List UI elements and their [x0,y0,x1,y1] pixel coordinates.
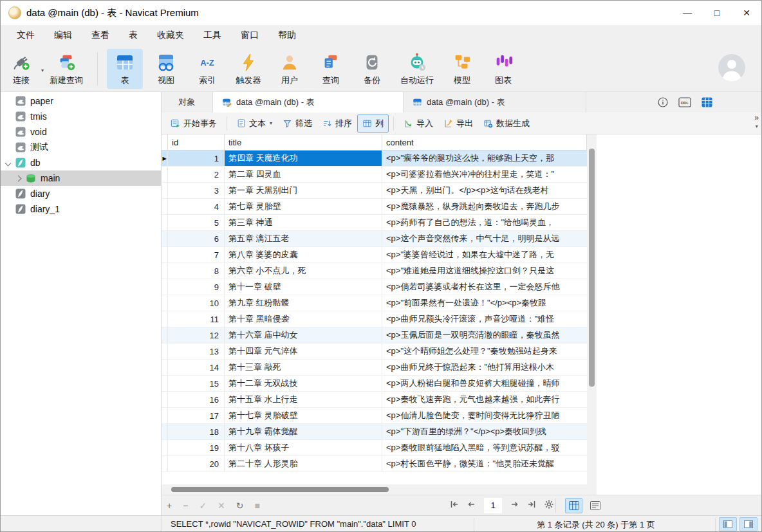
cell-id[interactable]: 4 [168,199,225,214]
previous-page-icon[interactable] [467,500,476,510]
cell-id[interactable]: 10 [168,295,225,311]
toolbar-overflow-button[interactable]: »▾ [754,114,759,131]
column-header-id[interactable]: id [168,134,225,150]
cell-title[interactable]: 第三章 神通 [225,215,382,230]
sidebar-item-diary_1[interactable]: diary_1 [1,201,161,217]
cell-id[interactable]: 19 [168,440,225,455]
row-gutter[interactable] [162,344,168,359]
page-number-input[interactable]: 1 [484,498,502,513]
chevron-right-icon[interactable] [15,175,22,181]
cell-title[interactable]: 第二十章 人形灵胎 [225,456,382,472]
cell-content[interactable]: <p>玉佩后面是一双明亮清澈的眼瞳，秦牧虽然 [382,327,587,343]
cell-id[interactable]: 18 [168,424,225,439]
sidebar-item-tmis[interactable]: tmis [1,109,161,124]
text-view-button[interactable]: 文本▾ [232,115,277,133]
column-header-title[interactable]: title [225,134,382,150]
cell-content[interactable]: <p>仙清儿脸色陡变，霎时间变得无比狰狞丑陋 [382,408,587,423]
chevron-down-icon[interactable]: ▾ [756,122,758,131]
cell-id[interactable]: 7 [168,247,225,262]
horizontal-scrollbar[interactable] [162,484,597,495]
chevron-down-icon[interactable] [5,160,12,166]
row-gutter[interactable] [162,440,168,455]
cell-content[interactable]: <p>药师有了自己的想法，道："给他喝灵血， [382,215,587,230]
tables-button[interactable]: 表 [107,49,143,89]
cell-content[interactable]: <p>村长面色平静，微笑道："他灵胎还未觉醒 [382,456,587,472]
cell-title[interactable]: 第十一章 破壁 [225,279,382,295]
row-gutter[interactable] [162,167,168,182]
cell-title[interactable]: 第十章 黑暗侵袭 [225,311,382,327]
import-button[interactable]: 导入 [398,115,438,133]
row-gutter[interactable] [162,327,168,343]
cell-content[interactable]: <p>"前面果然有一处遗迹！"</p><p>秦牧跟 [382,295,587,311]
cell-content[interactable]: <p>"瘸爷爷的腿功这么快，能够跑上天空，那 [382,151,587,166]
cell-id[interactable]: 2 [168,167,225,182]
trigger-button[interactable]: 触发器 [230,49,266,89]
cell-content[interactable]: <p>秦牧飞速奔跑，元气也越来越强，如此奔行 [382,392,587,407]
cell-id[interactable]: 8 [168,263,225,279]
user-button[interactable]: 用户 [272,49,308,89]
cell-title[interactable]: 第八章 婆婆的皮囊 [225,247,382,262]
cell-title[interactable]: 第十四章 元气淬体 [225,344,382,359]
first-page-icon[interactable] [450,500,459,510]
cell-title[interactable]: 第二章 四灵血 [225,167,382,182]
row-gutter[interactable] [162,360,168,375]
cell-id[interactable]: 15 [168,376,225,391]
menu-item-窗口[interactable]: 窗口 [231,26,268,44]
sort-button[interactable]: 排序 [317,115,357,133]
automation-button[interactable]: 自动运行 [395,49,439,89]
columns-button[interactable]: 列 [357,115,389,133]
row-gutter[interactable] [162,279,168,295]
vertical-scrollbar-thumb[interactable] [589,149,595,387]
current-row-marker[interactable]: ▶ [162,151,168,166]
add-record-button[interactable]: + [167,501,172,510]
new-query-button[interactable]: 新建查询 [44,49,88,89]
chevron-down-icon[interactable]: ▾ [41,68,44,73]
row-gutter[interactable] [162,247,168,262]
row-gutter[interactable] [162,263,168,279]
cell-title[interactable]: 第六章 小不点儿，死 [225,263,382,279]
cell-title[interactable]: 第十九章 霸体觉醒 [225,424,382,439]
grid-blue-icon[interactable] [702,97,712,107]
sidebar-item-main[interactable]: main [1,170,161,186]
cell-title[interactable]: 第四章 天魔造化功 [225,151,382,166]
cell-content[interactable]: <p>"婆婆曾经说过，如果在大墟中迷了路，无 [382,247,587,262]
delete-record-button[interactable]: − [183,501,188,510]
last-page-icon[interactable] [527,500,536,510]
cell-id[interactable]: 5 [168,215,225,230]
row-gutter[interactable] [162,183,168,198]
row-gutter[interactable] [162,376,168,391]
cell-title[interactable]: 第九章 红粉骷髅 [225,295,382,311]
page-settings-gear-icon[interactable] [544,500,553,511]
cell-title[interactable]: 第十六章 庙中幼女 [225,327,382,343]
maximize-button[interactable]: □ [702,1,732,25]
tab-objects[interactable]: 对象 [162,92,213,113]
menu-item-查看[interactable]: 查看 [82,26,119,44]
cell-id[interactable]: 17 [168,408,225,423]
cell-content[interactable]: <p>魔猿暴怒，纵身跳起向秦牧追去，奔跑几步 [382,199,587,214]
left-panel-toggle-icon[interactable] [719,517,737,531]
row-gutter[interactable] [162,424,168,439]
chart-button[interactable]: 图表 [485,49,521,89]
cell-id[interactable]: 20 [168,456,225,472]
row-gutter[interactable] [162,199,168,214]
menu-item-帮助[interactable]: 帮助 [268,26,306,44]
sidebar-item-void[interactable]: void [1,124,161,140]
export-button[interactable]: 导出 [438,115,478,133]
cell-content[interactable]: <p>曲师兄终于惊恐起来："他打算用这根小木 [382,360,587,375]
chevron-double-right-icon[interactable]: » [754,114,759,122]
cell-title[interactable]: 第十五章 水上行走 [225,392,382,407]
cell-content[interactable]: <p>倘若司婆婆或者村长在这里，一定会怒斥他 [382,279,587,295]
row-gutter[interactable] [162,215,168,230]
next-page-icon[interactable] [510,500,519,510]
cell-title[interactable]: 第十三章 敲死 [225,360,382,375]
cell-content[interactable]: <p>两人粉裙白腿和兽皮短裤大粗腿碰撞，晴师 [382,376,587,391]
cell-content[interactable]: <p>"下游百里的绿洲？"</p><p>秦牧回到残 [382,424,587,439]
data-generation-button[interactable]: 数据生成 [478,115,535,133]
cell-title[interactable]: 第十七章 灵胎破壁 [225,408,382,423]
sidebar-item-diary[interactable]: diary [1,186,161,201]
menu-item-工具[interactable]: 工具 [194,26,231,44]
begin-transaction-button[interactable]: 开始事务 [165,115,222,133]
close-button[interactable]: ✕ [732,1,761,25]
right-panel-toggle-icon[interactable] [739,517,757,531]
menu-item-收藏夹[interactable]: 收藏夹 [147,26,194,44]
